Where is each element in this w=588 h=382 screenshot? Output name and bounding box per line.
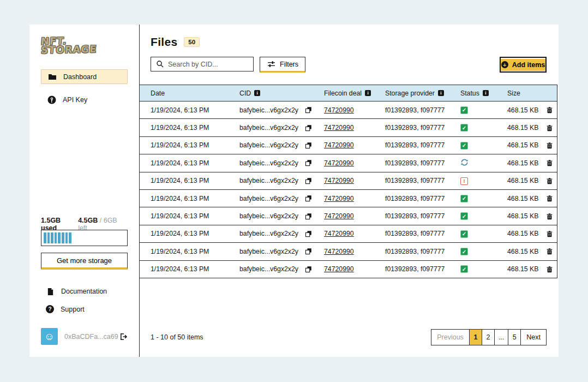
deal-link[interactable]: 74720990 (324, 265, 354, 273)
trash-icon[interactable] (546, 142, 553, 149)
copy-icon[interactable] (305, 213, 312, 220)
filters-button[interactable]: Filters (260, 57, 305, 73)
table-row: 1/19/2024, 6:13 PM bafybeic...v6gx2x2y 7… (140, 102, 557, 119)
size-cell: 468.15 KB (507, 106, 546, 114)
sidebar-item-dashboard[interactable]: Dashboard (41, 69, 128, 84)
date-cell: 1/19/2024, 6:13 PM (151, 141, 239, 149)
trash-icon[interactable] (546, 213, 553, 220)
trash-icon[interactable] (546, 124, 553, 132)
deal-link[interactable]: 74720990 (324, 177, 354, 184)
info-icon[interactable]: i (254, 90, 260, 96)
pagination-page-5[interactable]: 5 (508, 330, 521, 345)
table-row: 1/19/2024, 6:13 PM bafybeic...v6gx2x2y 7… (140, 154, 557, 172)
cid-value: bafybeic...v6gx2x2y (239, 177, 298, 184)
column-label: Filecoin deal (324, 89, 362, 97)
delete-cell (546, 266, 557, 273)
trash-icon[interactable] (546, 177, 553, 184)
storage-progress-bar (41, 230, 128, 246)
sidebar-link-support[interactable]: ? Support (46, 305, 85, 313)
trash-icon[interactable] (546, 195, 553, 202)
search-input[interactable] (168, 61, 249, 68)
key-icon (47, 96, 56, 104)
add-items-label: Add items (512, 61, 545, 69)
pagination-page-2[interactable]: 2 (482, 330, 495, 345)
copy-icon[interactable] (305, 159, 312, 166)
deal-link[interactable]: 74720990 (324, 195, 354, 202)
copy-icon[interactable] (305, 195, 312, 202)
date-cell: 1/19/2024, 6:13 PM (151, 159, 239, 167)
pagination-next[interactable]: Next (521, 330, 546, 345)
controls-row: Filters + Add items (151, 57, 547, 73)
pagination-previous[interactable]: Previous (431, 330, 470, 345)
status-cell: ✓ (460, 212, 507, 220)
trash-icon[interactable] (546, 106, 553, 114)
trash-icon[interactable] (546, 230, 553, 237)
size-cell: 468.15 KB (507, 265, 546, 273)
sidebar: NFT. STORAGE Dashboard API Key 1.5GB use… (29, 25, 140, 357)
deal-cell: 74720990 (324, 265, 385, 273)
copy-icon[interactable] (305, 266, 312, 273)
size-cell: 468.15 KB (507, 177, 546, 184)
nft-storage-logo: NFT. STORAGE (41, 36, 97, 55)
deal-link[interactable]: 74720990 (324, 248, 354, 255)
title-row: Files 50 (151, 35, 200, 49)
sliders-icon (267, 60, 275, 69)
trash-icon[interactable] (546, 266, 553, 273)
sidebar-item-api-key[interactable]: API Key (41, 92, 128, 107)
pagination-ellipsis[interactable]: ... (495, 330, 508, 345)
status-stored-icon: ✓ (460, 230, 468, 238)
table-row: 1/19/2024, 6:13 PM bafybeic...v6gx2x2y 7… (140, 137, 557, 154)
size-cell: 468.15 KB (507, 248, 546, 255)
copy-icon[interactable] (305, 177, 312, 184)
provider-cell: f01392893, f097777 (385, 195, 460, 202)
deal-link[interactable]: 74720990 (324, 106, 354, 114)
deal-link[interactable]: 74720990 (324, 124, 354, 132)
copy-icon[interactable] (305, 106, 312, 114)
cid-cell: bafybeic...v6gx2x2y (239, 248, 324, 255)
plus-circle-icon: + (501, 61, 508, 68)
column-label: Storage provider (385, 89, 435, 97)
get-more-storage-button[interactable]: Get more storage (41, 253, 128, 270)
trash-icon[interactable] (546, 248, 553, 255)
cid-value: bafybeic...v6gx2x2y (239, 141, 298, 149)
copy-icon[interactable] (305, 142, 312, 149)
cid-cell: bafybeic...v6gx2x2y (239, 159, 324, 167)
column-header-storage-provider: Storage provideri (385, 89, 460, 97)
copy-icon[interactable] (305, 230, 312, 237)
column-header-date: Date (151, 89, 239, 97)
logout-icon[interactable] (119, 332, 128, 341)
add-items-button[interactable]: + Add items (500, 57, 547, 73)
cid-value: bafybeic...v6gx2x2y (239, 124, 298, 132)
deal-cell: 74720990 (324, 159, 385, 167)
status-stored-icon: ✓ (460, 212, 468, 220)
info-icon[interactable]: i (365, 90, 371, 96)
account-row: ☺ 0xBaCDFa...ca69 (41, 328, 128, 345)
column-header-filecoin-deal: Filecoin deali (324, 89, 385, 97)
sidebar-item-label: Dashboard (63, 73, 97, 81)
file-count-badge: 50 (184, 37, 200, 47)
sidebar-link-documentation[interactable]: Documentation (46, 287, 107, 296)
column-label: Status (460, 89, 479, 97)
info-icon[interactable]: i (483, 90, 489, 96)
copy-icon[interactable] (305, 124, 312, 132)
sidebar-link-label: Support (61, 306, 85, 313)
deal-link[interactable]: 74720990 (324, 212, 354, 220)
size-cell: 468.15 KB (507, 230, 546, 237)
smiley-avatar[interactable]: ☺ (41, 328, 58, 345)
cid-cell: bafybeic...v6gx2x2y (239, 106, 324, 114)
info-icon[interactable]: i (438, 90, 444, 96)
date-cell: 1/19/2024, 6:13 PM (151, 195, 239, 202)
page: NFT. STORAGE Dashboard API Key 1.5GB use… (0, 0, 588, 382)
trash-icon[interactable] (546, 159, 553, 166)
copy-icon[interactable] (305, 248, 312, 255)
deal-cell: 74720990 (324, 106, 385, 114)
deal-link[interactable]: 74720990 (324, 230, 354, 237)
sidebar-item-label: API Key (63, 96, 87, 104)
deal-link[interactable]: 74720990 (324, 141, 354, 149)
date-cell: 1/19/2024, 6:13 PM (151, 124, 239, 132)
search-box (151, 57, 254, 71)
status-cell: ✓ (460, 124, 507, 132)
deal-link[interactable]: 74720990 (324, 159, 354, 167)
pagination-page-1[interactable]: 1 (470, 330, 482, 345)
date-cell: 1/19/2024, 6:13 PM (151, 106, 239, 114)
